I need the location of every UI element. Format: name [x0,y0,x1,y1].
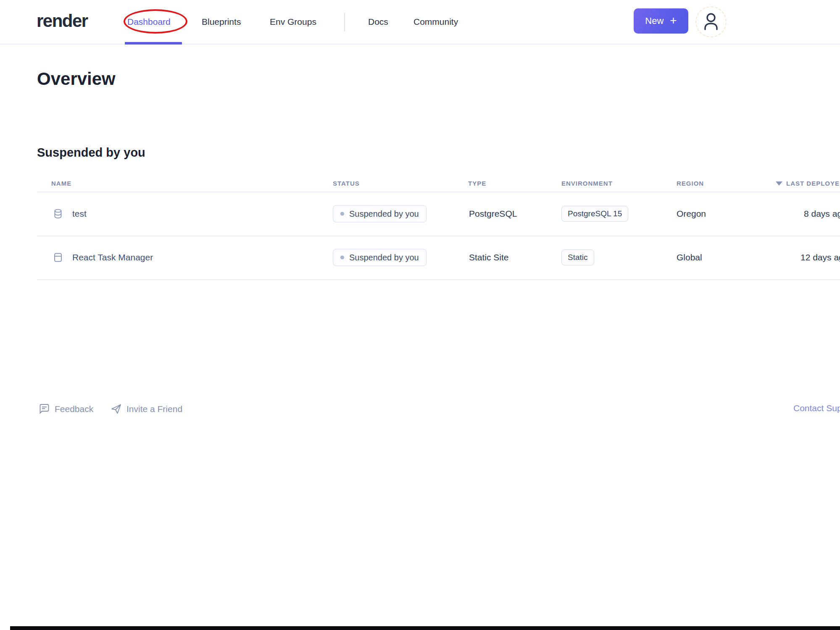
new-button-label: New [645,16,664,26]
nav-item-community[interactable]: Community [413,17,458,27]
contact-support-label: Contact Support [793,403,840,413]
last-deploy-cell: 12 days ago [801,252,840,262]
database-icon [53,209,63,219]
status-cell: Suspended by you [333,249,427,266]
environment-badge: Static [561,249,594,265]
nav-item-docs[interactable]: Docs [368,17,388,27]
status-dot-icon [340,256,344,260]
sort-descending-icon [776,181,782,186]
column-header-region: REGION [677,180,704,187]
nav-item-blueprints-label: Blueprints [202,17,241,26]
status-badge: Suspended by you [333,249,427,266]
invite-a-friend-link[interactable]: Invite a Friend [111,403,182,415]
user-icon [702,12,720,32]
status-badge-label: Suspended by you [349,253,419,262]
environment-cell: PostgreSQL 15 [561,206,628,222]
environment-cell: Static [561,249,594,265]
paper-plane-icon [111,403,122,415]
section-title: Suspended by you [37,146,145,160]
table-row[interactable]: React Task Manager Suspended by you Stat… [0,236,840,279]
top-nav: render Dashboard Blueprints Env Groups D… [0,0,840,45]
status-cell: Suspended by you [333,205,427,223]
status-badge: Suspended by you [333,205,427,223]
last-deploy-cell: 8 days ago [804,209,840,219]
invite-a-friend-label: Invite a Friend [126,404,182,414]
column-header-status: STATUS [333,180,360,187]
nav-item-docs-label: Docs [368,17,388,26]
column-header-last-deployed-label: LAST DEPLOYED [786,180,840,187]
column-header-last-deployed[interactable]: LAST DEPLOYED [776,180,840,187]
feedback-link[interactable]: Feedback [39,403,93,415]
feedback-label: Feedback [55,404,93,414]
region-cell: Oregon [677,209,706,219]
nav-item-env-groups[interactable]: Env Groups [270,17,316,27]
nav-item-env-groups-label: Env Groups [270,17,316,26]
status-badge-label: Suspended by you [349,209,419,219]
page-title: Overview [37,69,116,89]
row-divider [37,279,840,280]
nav-item-dashboard-label: Dashboard [127,17,171,26]
active-tab-underline [125,42,182,45]
plus-icon: + [670,15,677,26]
nav-item-community-label: Community [413,17,458,26]
feedback-icon [39,403,50,415]
status-dot-icon [340,212,344,216]
service-name-link[interactable]: test [72,209,87,219]
nav-item-dashboard[interactable]: Dashboard [127,17,171,27]
type-cell: PostgreSQL [469,209,517,219]
render-logo[interactable]: render [37,11,88,31]
environment-badge: PostgreSQL 15 [561,206,628,222]
service-name-link[interactable]: React Task Manager [72,252,153,262]
nav-item-blueprints[interactable]: Blueprints [202,17,241,27]
type-cell: Static Site [469,252,509,262]
account-menu-button[interactable] [695,6,727,37]
column-header-environment: ENVIRONMENT [561,180,613,187]
bottom-dark-bar [10,626,840,630]
contact-support-link[interactable]: Contact Support [793,403,840,413]
table-row[interactable]: test Suspended by you PostgreSQL Postgre… [0,192,840,236]
column-header-type: TYPE [468,180,486,187]
nav-divider [344,13,345,32]
new-button[interactable]: New + [634,8,688,34]
static-site-icon [53,252,63,262]
region-cell: Global [677,252,702,262]
column-header-name: NAME [51,180,71,187]
